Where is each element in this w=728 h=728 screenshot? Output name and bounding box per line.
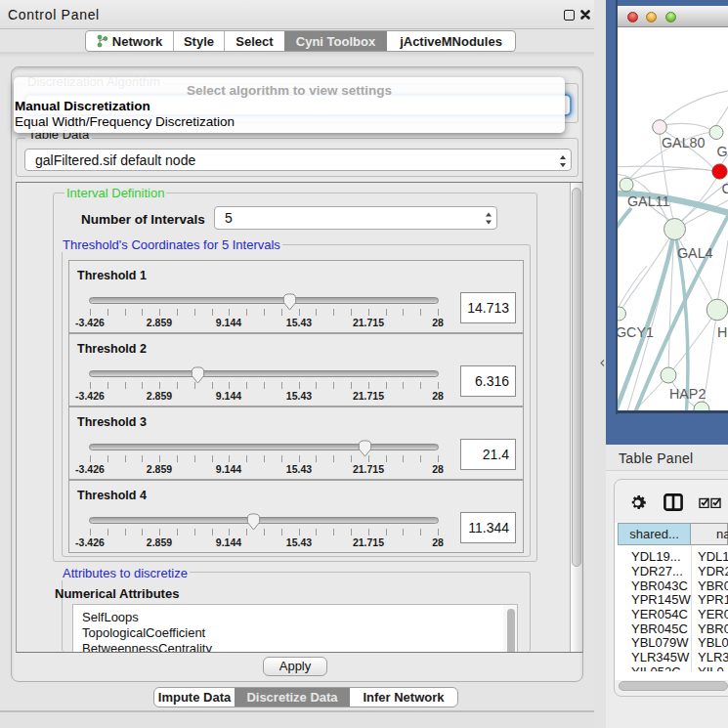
svg-text:GCY1: GCY1 [618, 324, 654, 340]
svg-text:C: C [722, 181, 728, 196]
svg-text:HI: HI [717, 324, 728, 340]
svg-text:GAL80: GAL80 [662, 135, 706, 150]
svg-text:HAP2: HAP2 [669, 386, 706, 402]
svg-text:GAL11: GAL11 [627, 193, 669, 209]
svg-text:G.: G. [717, 144, 728, 159]
svg-text:GAL4: GAL4 [677, 245, 713, 261]
